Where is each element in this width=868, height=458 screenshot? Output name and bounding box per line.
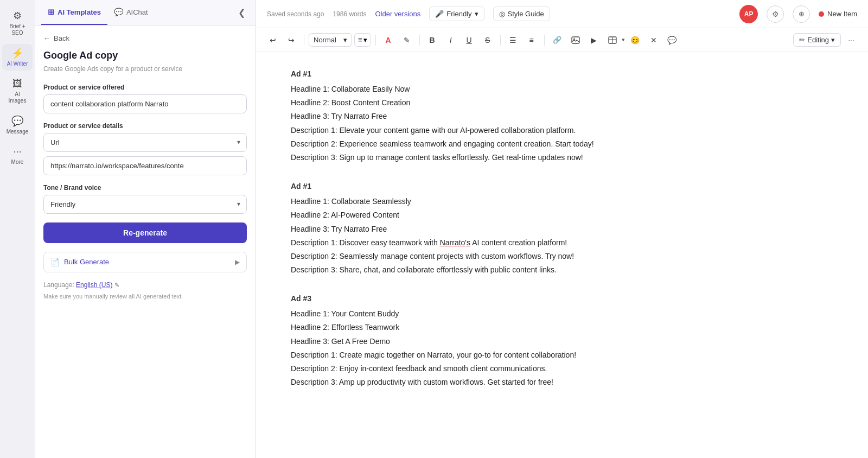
left-tabs: ⊞ AI Templates 💬 AIChat ❮ <box>35 0 256 26</box>
regenerate-button[interactable]: Re-generate <box>43 222 247 243</box>
bulk-icon: 📄 <box>50 258 60 266</box>
message-icon: 💬 <box>11 115 23 127</box>
image-button[interactable] <box>567 32 584 48</box>
settings-icon-button[interactable]: ⚙ <box>767 5 784 23</box>
chevron-right-icon: ▶ <box>235 258 240 266</box>
tone-select[interactable]: Friendly <box>43 195 247 214</box>
link-button[interactable]: 🔗 <box>549 32 565 48</box>
numbered-list-button[interactable]: ≡ <box>524 32 540 48</box>
service-details-select[interactable]: Url <box>43 133 247 152</box>
chevron-down-icon: ▾ <box>622 36 625 43</box>
pencil-icon: ✏ <box>799 36 805 44</box>
align-icon: ≡ <box>358 36 362 44</box>
panel-subtitle: Create Google Ads copy for a product or … <box>43 65 247 74</box>
more-options-button[interactable]: ··· <box>843 32 859 48</box>
text-color-button[interactable]: A <box>380 32 397 48</box>
back-button[interactable]: ← Back <box>43 34 247 42</box>
sidebar-item-label: AI Writer <box>7 61 28 67</box>
share-icon-button[interactable]: ⊕ <box>793 5 810 23</box>
language-label: Language: <box>43 281 74 289</box>
svg-point-1 <box>573 38 575 40</box>
format-label: Normal <box>314 36 336 44</box>
chevron-down-icon: ▾ <box>363 36 367 44</box>
bold-button[interactable]: B <box>424 32 441 48</box>
table-button[interactable] <box>604 32 621 48</box>
sidebar-item-ai-images[interactable]: 🖼 AI Images <box>2 75 33 107</box>
highlight-button[interactable]: ✎ <box>399 32 415 48</box>
product-service-input[interactable] <box>43 94 247 113</box>
ad-line: Description 1: Elevate your content game… <box>291 124 833 137</box>
ad-line: Description 3: Share, chat, and collabor… <box>291 263 833 277</box>
sidebar-item-label: More <box>11 159 24 166</box>
sidebar-item-ai-writer[interactable]: ⚡ AI Writer <box>2 44 33 71</box>
table-icon <box>608 36 617 44</box>
sidebar-item-label: Message <box>7 129 29 135</box>
new-item-button[interactable]: New Item <box>819 10 857 18</box>
image-icon <box>571 36 580 44</box>
tab-ai-templates[interactable]: ⊞ AI Templates <box>41 0 107 25</box>
sidebar-item-more[interactable]: ··· More <box>2 143 33 169</box>
more-icon: ··· <box>13 146 21 157</box>
bulk-generate-label: Bulk Generate <box>64 258 231 266</box>
emoji-button[interactable]: 😊 <box>627 32 643 48</box>
strikethrough-button[interactable]: S <box>480 32 496 48</box>
older-versions-button[interactable]: Older versions <box>375 10 420 18</box>
align-select[interactable]: ≡ ▾ <box>354 33 371 47</box>
ad-number: Ad #1 <box>291 182 833 190</box>
settings-icon: ⚙ <box>772 10 779 18</box>
back-label: Back <box>54 34 69 42</box>
language-row: Language: English (US) ✎ <box>43 281 247 289</box>
image-icon: 🖼 <box>12 78 22 90</box>
ad-line: Description 1: Create magic together on … <box>291 348 833 362</box>
language-link[interactable]: English (US) <box>76 281 112 289</box>
bullet-list-button[interactable]: ☰ <box>505 32 521 48</box>
collapse-panel-button[interactable]: ❮ <box>234 5 249 20</box>
lightning-icon: ⚡ <box>11 47 23 59</box>
tone-icon: 🎤 <box>435 10 444 18</box>
url-input[interactable] <box>43 156 247 175</box>
underline-button[interactable]: U <box>461 32 477 48</box>
undo-button[interactable]: ↩ <box>265 32 281 48</box>
ad-line: Description 2: Experience seamless teamw… <box>291 137 833 151</box>
chevron-down-icon: ▾ <box>475 10 478 18</box>
sidebar: ⚙ Brief + SEO ⚡ AI Writer 🖼 AI Images 💬 … <box>0 0 35 458</box>
play-button[interactable]: ▶ <box>586 32 602 48</box>
field-label-product: Product or service offered <box>43 84 247 91</box>
ad-line: Headline 3: Try Narrato Free <box>291 222 833 236</box>
sidebar-item-brief-seo[interactable]: ⚙ Brief + SEO <box>2 7 33 40</box>
divider <box>544 35 545 46</box>
ad-line: Description 2: Seamlessly manage content… <box>291 250 833 263</box>
ad-line: Description 1: Discover easy teamwork wi… <box>291 236 833 250</box>
bulk-generate-row[interactable]: 📄 Bulk Generate ▶ <box>43 252 247 272</box>
ad-line: Description 3: Sign up to manage content… <box>291 151 833 164</box>
ad-line: Headline 1: Your Content Buddy <box>291 307 833 321</box>
editing-dropdown[interactable]: ✏ Editing ▾ <box>793 33 841 47</box>
ad-line: Headline 2: Effortless Teamwork <box>291 321 833 334</box>
style-guide-button[interactable]: ◎ Style Guide <box>493 7 550 21</box>
style-guide-label: Style Guide <box>508 10 544 18</box>
comment-button[interactable]: 💬 <box>664 32 680 48</box>
tab-aichat[interactable]: 💬 AIChat <box>107 0 155 25</box>
grid-icon: ⊞ <box>48 8 54 16</box>
avatar: AP <box>739 5 758 23</box>
word-count: 1986 words <box>333 10 366 18</box>
ad-block: Ad #1Headline 1: Collaborate SeamlesslyH… <box>291 182 833 277</box>
tone-selector[interactable]: 🎤 Friendly ▾ <box>429 7 484 21</box>
divider <box>419 35 420 46</box>
sidebar-item-label: Brief + SEO <box>7 23 28 36</box>
redo-button[interactable]: ↪ <box>283 32 299 48</box>
sidebar-item-message[interactable]: 💬 Message <box>2 112 33 138</box>
ad-line: Headline 1: Collaborate Easily Now <box>291 82 833 96</box>
service-details-select-wrapper: Url ▾ <box>43 133 247 152</box>
edit-language-icon[interactable]: ✎ <box>114 282 119 288</box>
ad-number: Ad #1 <box>291 69 833 78</box>
italic-button[interactable]: I <box>443 32 459 48</box>
editor-area[interactable]: Ad #1Headline 1: Collaborate Easily NowH… <box>256 52 868 458</box>
format-select[interactable]: Normal ▾ <box>309 33 352 47</box>
clear-format-button[interactable]: ✕ <box>646 32 662 48</box>
right-area: Saved seconds ago 1986 words Older versi… <box>256 0 868 458</box>
field-label-details: Product or service details <box>43 122 247 130</box>
svg-rect-0 <box>572 37 579 43</box>
tone-select-wrapper: Friendly ▾ <box>43 195 247 214</box>
ad-number: Ad #3 <box>291 294 833 303</box>
